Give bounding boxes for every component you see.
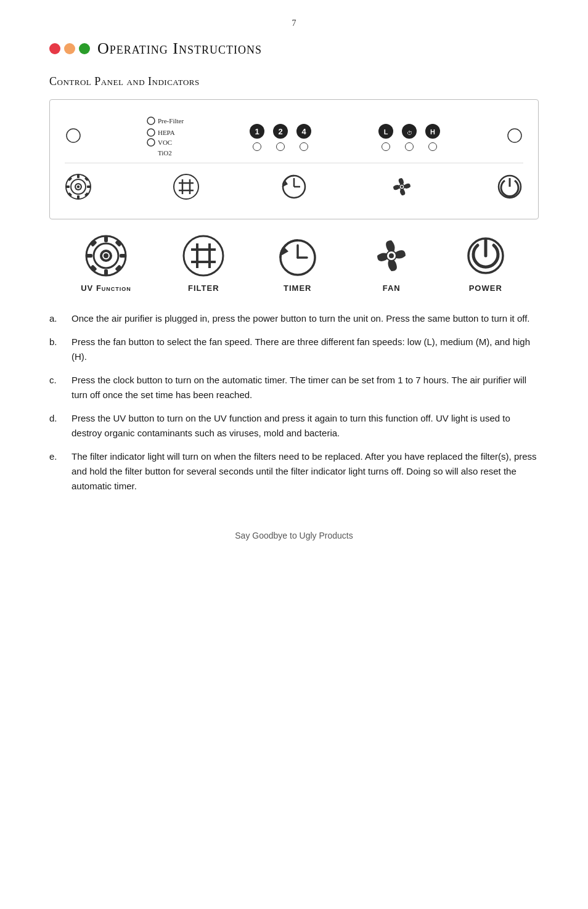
speed-4: 4 [295,123,312,151]
instruction-e-text: The filter indicator light will turn on … [71,449,539,494]
power-big-icon [464,234,507,277]
letter-c: c. [49,373,62,402]
letter-d: d. [49,411,62,441]
speed-group: 1 2 4 [248,123,312,151]
filter-group: Pre-Filter HEPA VOC TiO2 [147,116,184,158]
svg-text:2: 2 [278,127,282,136]
svg-point-36 [401,185,403,188]
timer-label: TIMER [284,283,311,293]
section-header: Operating Instructions [49,39,539,58]
footer-text: Say Goodbye to Ugly Products [49,531,539,540]
orange-dot [64,43,75,54]
tio2-indicator: TiO2 [147,148,172,158]
svg-point-16 [508,129,521,142]
dots-container [49,43,90,54]
lmh-group: L ⏱ H [377,123,441,151]
svg-text:L: L [384,128,388,136]
letter-a: a. [49,311,62,326]
svg-text:4: 4 [301,127,306,136]
indicator-m: ⏱ [401,123,418,151]
svg-rect-45 [115,240,121,247]
fan-label: FAN [383,283,401,293]
svg-rect-46 [90,264,97,271]
svg-text:H: H [430,128,435,136]
svg-rect-42 [86,254,92,258]
instructions-list: a. Once the air purifier is plugged in, … [49,311,539,494]
svg-rect-23 [68,177,72,181]
instruction-b-text: Press the fan button to select the fan s… [71,335,539,364]
red-dot [49,43,60,54]
letter-e: e. [49,449,62,494]
panel-fan-icon [388,173,415,203]
svg-rect-19 [77,174,80,178]
big-icons-row: UV Function FILTER TIMER [49,234,539,293]
svg-rect-43 [120,254,126,258]
hepa-indicator: HEPA [147,128,175,138]
indicator-h: H [424,123,441,151]
svg-rect-22 [87,185,91,188]
green-dot [79,43,90,54]
instruction-a-text: Once the air purifier is plugged in, pre… [71,311,529,326]
instruction-d: d. Press the UV button to turn on the UV… [49,411,539,441]
instruction-b: b. Press the fan button to select the fa… [49,335,539,364]
speed-2: 2 [272,123,289,151]
fan-big-icon [370,234,413,277]
timer-big-icon [276,234,319,277]
power-label: POWER [469,283,502,293]
svg-rect-20 [77,195,80,199]
filter-big-icon [182,234,225,277]
svg-point-57 [389,253,394,258]
svg-text:⏱: ⏱ [407,130,412,136]
instruction-e: e. The filter indicator light will turn … [49,449,539,494]
hepa-label: HEPA [158,128,175,138]
left-circle-indicator [65,127,82,147]
svg-point-3 [147,139,155,146]
svg-point-50 [184,236,223,275]
svg-text:1: 1 [255,127,259,136]
speed-1: 1 [248,123,266,151]
svg-rect-24 [84,177,89,181]
voc-indicator: VOC [147,137,172,148]
instruction-a: a. Once the air purifier is plugged in, … [49,311,539,326]
svg-point-29 [174,174,198,199]
svg-rect-25 [68,192,72,197]
svg-point-48 [100,250,112,262]
instruction-c-text: Press the clock button to turn on the au… [71,373,539,402]
control-panel-box: Pre-Filter HEPA VOC TiO2 [49,99,539,219]
uv-function-unit: UV Function [81,234,131,293]
power-unit: POWER [464,234,507,293]
tio2-label: TiO2 [147,148,172,158]
pre-filter-label: Pre-Filter [158,116,184,126]
voc-label: VOC [158,137,172,148]
svg-point-27 [75,183,82,190]
page-number: 7 [49,18,539,28]
filter-label: FILTER [188,283,219,293]
svg-rect-41 [104,269,108,275]
svg-rect-40 [104,236,108,242]
uv-function-label: UV Function [81,283,131,293]
panel-filter-icon [173,173,200,203]
letter-b: b. [49,335,62,364]
pre-filter-indicator: Pre-Filter [147,116,184,126]
timer-unit: TIMER [276,234,319,293]
subsection-title: Control Panel and Indicators [49,75,539,88]
panel-top-row: Pre-Filter HEPA VOC TiO2 [65,111,523,163]
section-title: Operating Instructions [97,39,262,58]
panel-bottom-row [65,163,523,208]
panel-uv-icon [65,173,92,203]
svg-point-2 [147,129,155,136]
uv-function-big-icon [84,234,128,277]
svg-rect-26 [84,192,89,197]
panel-timer-icon [280,173,308,203]
svg-rect-44 [90,240,97,247]
panel-power-icon [496,173,523,203]
fan-unit: FAN [370,234,413,293]
svg-point-1 [147,117,155,124]
svg-rect-47 [115,264,121,271]
right-circle-indicator [506,127,523,147]
svg-rect-21 [66,185,70,188]
filter-unit: FILTER [182,234,225,293]
instruction-d-text: Press the UV button to turn on the UV fu… [71,411,539,441]
indicator-l: L [377,123,394,151]
svg-point-0 [67,129,80,142]
